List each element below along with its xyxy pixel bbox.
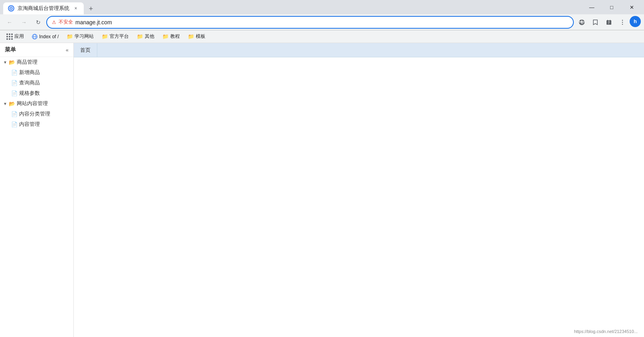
window-controls: — □ ✕	[583, 1, 641, 14]
url-input[interactable]: manage.jt.com	[75, 19, 568, 25]
page-content	[74, 57, 644, 337]
content-category-label: 内容分类管理	[19, 110, 50, 118]
tab-title: 京淘商城后台管理系统	[18, 5, 69, 12]
page-tab-header: 首页	[74, 43, 644, 57]
status-url-hint: https://blog.csdn.net/21234510...	[574, 329, 638, 334]
svg-point-3	[622, 24, 623, 24]
main-content: 菜单 « ▼ 📂 商品管理 📄 新增商品 📄 查询商品	[0, 43, 644, 337]
close-button[interactable]: ✕	[622, 1, 641, 14]
folder-icon: 📁	[102, 33, 108, 39]
sidebar-item-content-management[interactable]: ▼ 📂 网站内容管理	[0, 98, 73, 109]
sidebar-item-product-management[interactable]: ▼ 📂 商品管理	[0, 57, 73, 67]
bookmark-other-label: 其他	[145, 33, 154, 40]
doc-icon: 📄	[11, 90, 18, 96]
bookmark-other[interactable]: 📁 其他	[134, 32, 158, 41]
forward-button[interactable]: →	[18, 16, 30, 29]
bookmark-index-label: Index of /	[39, 34, 59, 39]
bookmark-official-label: 官方平台	[110, 33, 129, 40]
folder-icon: 📁	[162, 33, 169, 39]
group-label-products: 商品管理	[17, 59, 37, 66]
tree-group-content: ▼ 📂 网站内容管理 📄 内容分类管理 📄 内容管理	[0, 98, 73, 129]
sidebar-item-content[interactable]: 📄 内容管理	[0, 119, 73, 129]
doc-icon: 📄	[11, 80, 18, 86]
sidebar: 菜单 « ▼ 📂 商品管理 📄 新增商品 📄 查询商品	[0, 43, 74, 337]
add-product-label: 新增商品	[19, 69, 40, 76]
spec-params-label: 规格参数	[19, 90, 40, 97]
bookmark-study-label: 学习网站	[75, 33, 94, 40]
bookmark-study[interactable]: 📁 学习网站	[63, 32, 97, 41]
doc-icon: 📄	[11, 111, 18, 117]
sidebar-collapse-button[interactable]: «	[66, 47, 69, 53]
sidebar-item-query-product[interactable]: 📄 查询商品	[0, 78, 73, 88]
active-tab[interactable]: 京淘商城后台管理系统 ×	[3, 2, 84, 14]
folder-icon: 📁	[137, 33, 143, 39]
page-area: 首页	[74, 43, 644, 337]
bookmark-template-label: 模板	[196, 33, 205, 40]
doc-icon: 📄	[11, 70, 18, 76]
title-bar: 京淘商城后台管理系统 × + — □ ✕	[0, 0, 644, 14]
sidebar-title: 菜单	[5, 46, 16, 53]
content-label: 内容管理	[19, 121, 40, 128]
apps-button[interactable]: 应用	[3, 32, 27, 41]
extensions-icon[interactable]	[603, 16, 615, 29]
insecure-label: 不安全	[59, 19, 73, 25]
tab-strip: 京淘商城后台管理系统 × +	[3, 0, 579, 14]
browser-window: 京淘商城后台管理系统 × + — □ ✕ ← → ↻ ⚠ 不安全 manage.…	[0, 0, 644, 337]
new-tab-button[interactable]: +	[85, 3, 97, 14]
expand-arrow-icon: ▼	[3, 102, 7, 106]
bookmark-tutorial[interactable]: 📁 教程	[159, 32, 183, 41]
sidebar-header: 菜单 «	[0, 43, 73, 57]
doc-icon: 📄	[11, 121, 18, 127]
address-bar: ← → ↻ ⚠ 不安全 manage.jt.com h	[0, 14, 644, 30]
bookmarks-bar: 应用 Index of / 📁 学习网站 📁 官方平台 📁 其他 📁 教程 📁 …	[0, 30, 644, 43]
bookmark-template[interactable]: 📁 模板	[185, 32, 209, 41]
refresh-button[interactable]: ↻	[32, 16, 45, 29]
sidebar-item-content-category[interactable]: 📄 内容分类管理	[0, 109, 73, 119]
folder-icon: 📁	[67, 33, 73, 39]
url-bar[interactable]: ⚠ 不安全 manage.jt.com	[46, 16, 574, 29]
security-warning-icon: ⚠	[52, 20, 56, 25]
maximize-button[interactable]: □	[603, 1, 621, 14]
folder-open-icon: 📂	[9, 101, 15, 107]
svg-point-2	[622, 22, 623, 22]
profile-button[interactable]: h	[630, 16, 641, 27]
globe-icon	[32, 34, 37, 39]
folder-icon: 📁	[188, 33, 194, 39]
bookmark-official[interactable]: 📁 官方平台	[98, 32, 132, 41]
group-label-content: 网站内容管理	[17, 100, 48, 107]
apps-grid-icon	[6, 33, 13, 40]
folder-open-icon: 📂	[9, 59, 15, 65]
home-tab[interactable]: 首页	[74, 43, 97, 57]
sidebar-item-add-product[interactable]: 📄 新增商品	[0, 67, 73, 78]
toolbar-right: h	[575, 16, 641, 29]
tree-group-products: ▼ 📂 商品管理 📄 新增商品 📄 查询商品 📄 规格参数	[0, 57, 73, 98]
back-button[interactable]: ←	[3, 16, 16, 29]
apps-label: 应用	[14, 33, 24, 40]
menu-icon[interactable]	[616, 16, 629, 29]
sidebar-item-spec-params[interactable]: 📄 规格参数	[0, 88, 73, 98]
minimize-button[interactable]: —	[583, 1, 601, 14]
bookmark-icon[interactable]	[589, 16, 602, 29]
bookmark-tutorial-label: 教程	[170, 33, 180, 40]
tab-close-button[interactable]: ×	[73, 5, 79, 12]
query-product-label: 查询商品	[19, 79, 40, 86]
expand-arrow-icon: ▼	[3, 60, 7, 65]
translate-icon[interactable]	[575, 16, 588, 29]
tab-favicon	[8, 5, 14, 12]
svg-point-1	[622, 20, 623, 20]
bookmark-index[interactable]: Index of /	[29, 33, 62, 40]
